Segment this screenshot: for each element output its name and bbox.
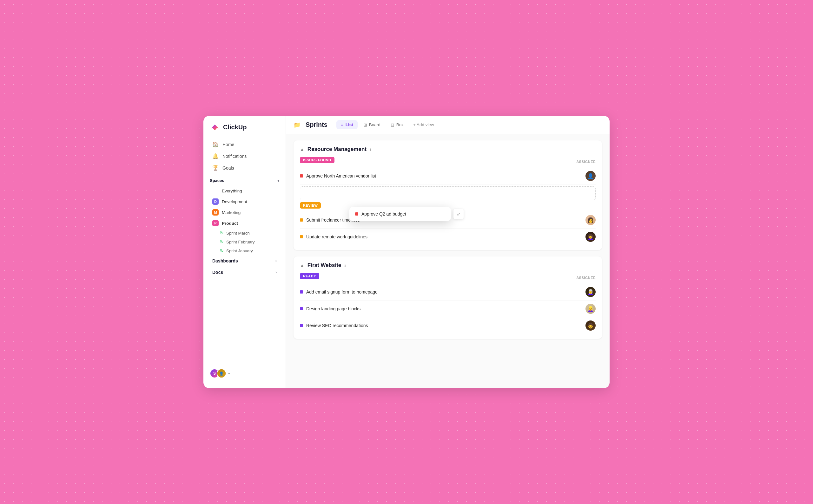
home-icon: 🏠 <box>212 141 219 147</box>
group-resource-title: Resource Management <box>308 146 367 152</box>
resource-info-icon[interactable]: ℹ <box>370 147 371 152</box>
collapse-website-button[interactable]: ▲ <box>300 263 304 268</box>
task-left: Approve North American vendor list <box>300 173 376 178</box>
svg-marker-0 <box>211 125 219 130</box>
sidebar-sprint-january[interactable]: ↻ Sprint January <box>206 246 283 255</box>
content-area: ▲ Resource Management ℹ ISSUES FOUND ASS… <box>286 134 609 388</box>
marketing-space-icon: M <box>212 209 219 216</box>
task-name: Review SEO recommendations <box>306 323 368 328</box>
task-row[interactable]: Approve North American vendor list 👤 <box>300 168 595 184</box>
task-name: Update remote work guidelines <box>306 234 368 239</box>
user-avatar-2: 👤 <box>217 369 226 378</box>
logo-area: ClickUp <box>204 122 286 139</box>
task-name: Approve North American vendor list <box>306 173 376 178</box>
issues-badge: ISSUES FOUND <box>300 157 335 163</box>
user-dropdown-icon: ▾ <box>228 372 230 376</box>
add-view-button[interactable]: + Add view <box>409 120 438 129</box>
sidebar-item-product[interactable]: P Product <box>206 218 283 229</box>
nav-notifications[interactable]: 🔔 Notifications <box>206 150 283 162</box>
marketing-label: Marketing <box>222 210 241 215</box>
task-avatar: 👩‍🦳 <box>585 287 595 297</box>
task-left: Update remote work guidelines <box>300 234 368 239</box>
box-tab-icon: ⊟ <box>391 122 394 127</box>
issues-section-header: ISSUES FOUND ASSIGNEE <box>300 157 595 166</box>
tab-list[interactable]: ≡ List <box>336 120 358 129</box>
sidebar-docs[interactable]: Docs › <box>206 267 283 278</box>
user-area[interactable]: S 👤 ▾ <box>204 365 286 382</box>
task-row[interactable]: Review SEO recommendations 👨 <box>300 317 595 334</box>
task-dot-yellow <box>300 218 303 222</box>
task-left: Review SEO recommendations <box>300 323 368 328</box>
product-space-icon: P <box>212 220 219 226</box>
product-label: Product <box>222 221 238 226</box>
task-avatar: 👩 <box>585 215 595 225</box>
app-name: ClickUp <box>223 124 247 131</box>
task-avatar: 👤 <box>585 171 595 181</box>
task-dot-red <box>300 174 303 178</box>
trophy-icon: 🏆 <box>212 165 219 171</box>
board-tab-icon: ⊞ <box>363 122 367 127</box>
tab-board[interactable]: ⊞ Board <box>359 120 385 129</box>
tab-box[interactable]: ⊟ Box <box>386 120 408 129</box>
review-badge: REVIEW <box>300 202 321 209</box>
group-resource-management: ▲ Resource Management ℹ ISSUES FOUND ASS… <box>294 140 602 250</box>
dev-space-icon: D <box>212 198 219 205</box>
task-row[interactable]: Add email signup form to homepage 👩‍🦳 <box>300 284 595 300</box>
nav-home-label: Home <box>223 142 234 147</box>
task-name: Design landing page blocks <box>306 306 361 311</box>
task-avatar: 👨 <box>585 320 595 331</box>
task-dot-purple-3 <box>300 324 303 327</box>
resource-task-list: ISSUES FOUND ASSIGNEE Approve North Amer… <box>294 157 602 250</box>
task-dot-purple-1 <box>300 290 303 294</box>
everything-icon: ⊞ <box>212 188 219 194</box>
sidebar-sprint-february[interactable]: ↻ Sprint February <box>206 237 283 246</box>
nav-home[interactable]: 🏠 Home <box>206 139 283 150</box>
task-dot-purple-2 <box>300 307 303 310</box>
sidebar-item-development[interactable]: D Development <box>206 196 283 207</box>
nav-goals[interactable]: 🏆 Goals <box>206 162 283 174</box>
dashboards-label: Dashboards <box>212 258 238 263</box>
top-bar: 📁 Sprints ≡ List ⊞ Board ⊟ Box + Add vie… <box>286 116 609 134</box>
drag-card[interactable]: Approve Q2 ad budget ⤢ <box>349 207 451 221</box>
task-row[interactable]: Update remote work guidelines 👩‍🦱 <box>300 229 595 245</box>
task-row[interactable]: Design landing page blocks 👱‍♀️ <box>300 300 595 317</box>
spaces-section-header[interactable]: Spaces ▾ <box>204 174 286 185</box>
list-tab-icon: ≡ <box>341 122 344 127</box>
sidebar-item-everything[interactable]: ⊞ Everything <box>206 185 283 196</box>
website-info-icon[interactable]: ℹ <box>344 263 346 268</box>
sprint-january-icon: ↻ <box>220 248 224 253</box>
group-first-website: ▲ First Website ℹ READY ASSIGNEE Add ema… <box>294 256 602 339</box>
clickup-logo-icon <box>210 122 220 132</box>
task-left: Add email signup form to homepage <box>300 289 378 294</box>
drop-zone <box>300 186 595 200</box>
sidebar-dashboards[interactable]: Dashboards › <box>206 255 283 267</box>
dashboards-chevron-icon: › <box>276 259 277 263</box>
sidebar-item-marketing[interactable]: M Marketing <box>206 207 283 218</box>
docs-chevron-icon: › <box>276 270 277 275</box>
page-title: Sprints <box>306 121 328 128</box>
docs-label: Docs <box>212 270 223 275</box>
sidebar: ClickUp 🏠 Home 🔔 Notifications 🏆 Goals S… <box>204 116 286 388</box>
sprint-march-icon: ↻ <box>220 230 224 236</box>
spaces-label: Spaces <box>210 178 225 183</box>
main-content: 📁 Sprints ≡ List ⊞ Board ⊟ Box + Add vie… <box>286 116 609 388</box>
group-website-title: First Website <box>308 262 341 268</box>
collapse-resource-button[interactable]: ▲ <box>300 147 304 152</box>
everything-label: Everything <box>222 189 242 193</box>
group-website-header: ▲ First Website ℹ <box>294 256 602 273</box>
drag-card-dot <box>355 212 358 216</box>
move-icon[interactable]: ⤢ <box>453 209 464 219</box>
sprint-february-icon: ↻ <box>220 239 224 244</box>
task-dot-yellow-2 <box>300 235 303 238</box>
assignee-label-1: ASSIGNEE <box>576 160 595 164</box>
task-avatar: 👩‍🦱 <box>585 232 595 242</box>
task-avatar: 👱‍♀️ <box>585 304 595 314</box>
sidebar-sprint-march[interactable]: ↻ Sprint March <box>206 229 283 237</box>
spaces-chevron-icon: ▾ <box>277 178 279 183</box>
ready-section-header: READY ASSIGNEE <box>300 273 595 282</box>
folder-icon: 📁 <box>294 121 301 128</box>
sprint-february-label: Sprint February <box>226 240 255 244</box>
view-tabs: ≡ List ⊞ Board ⊟ Box + Add view <box>336 120 438 129</box>
assignee-label-2: ASSIGNEE <box>576 276 595 280</box>
dev-label: Development <box>222 199 247 204</box>
